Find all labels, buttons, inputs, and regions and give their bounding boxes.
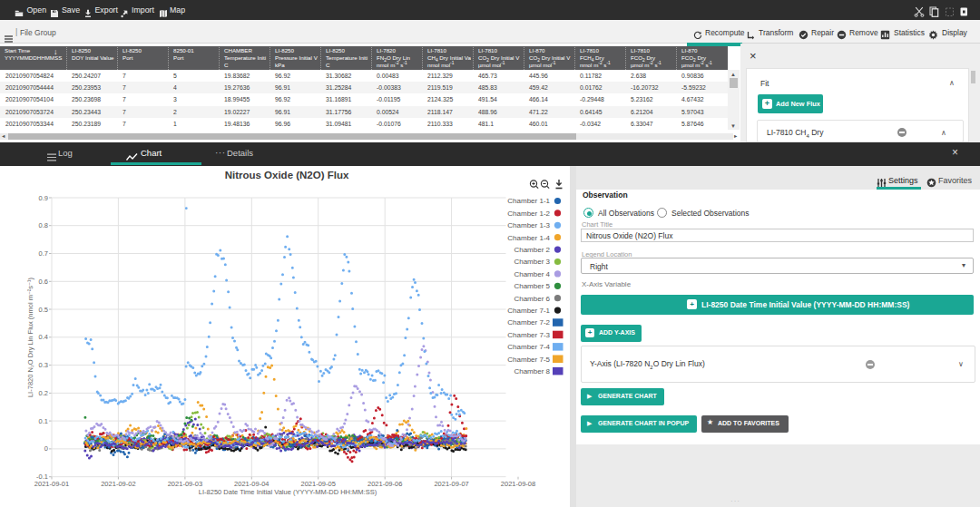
svg-text:2021-09-05: 2021-09-05 bbox=[301, 480, 336, 488]
svg-text:0.5: 0.5 bbox=[39, 306, 48, 314]
svg-text:Chamber 3: Chamber 3 bbox=[514, 258, 550, 266]
svg-text:Chamber 1-2: Chamber 1-2 bbox=[507, 210, 550, 218]
svg-text:2021-09-07: 2021-09-07 bbox=[434, 480, 468, 488]
svg-text:2021-09-06: 2021-09-06 bbox=[368, 480, 402, 488]
svg-text:2021-09-03: 2021-09-03 bbox=[168, 480, 202, 488]
svg-text:Chamber 8: Chamber 8 bbox=[514, 367, 550, 375]
svg-text:0.3: 0.3 bbox=[39, 361, 48, 369]
svg-text:Chamber 7-4: Chamber 7-4 bbox=[507, 343, 550, 351]
svg-text:Chamber 6: Chamber 6 bbox=[514, 295, 550, 303]
svg-text:Chamber 7-1: Chamber 7-1 bbox=[507, 307, 550, 315]
svg-text:Chamber 7-5: Chamber 7-5 bbox=[507, 356, 550, 364]
svg-text:Chamber 1-3: Chamber 1-3 bbox=[507, 221, 550, 229]
svg-text:0.8: 0.8 bbox=[39, 221, 48, 229]
svg-text:Chamber 1-4: Chamber 1-4 bbox=[507, 234, 550, 242]
svg-text:Chamber 5: Chamber 5 bbox=[514, 282, 550, 290]
svg-text:LI-7820 N₂O Dry Lin Flux (nmol: LI-7820 N₂O Dry Lin Flux (nmol m⁻²s⁻¹) bbox=[26, 277, 34, 397]
svg-text:0.1: 0.1 bbox=[39, 417, 48, 425]
svg-text:2021-09-01: 2021-09-01 bbox=[34, 480, 69, 488]
svg-text:0.9: 0.9 bbox=[39, 194, 48, 202]
svg-text:Chamber 4: Chamber 4 bbox=[514, 270, 550, 278]
svg-text:LI-8250 Date Time Initial Valu: LI-8250 Date Time Initial Value (YYYY-MM… bbox=[199, 488, 377, 496]
svg-text:Chamber 7-3: Chamber 7-3 bbox=[507, 331, 550, 339]
svg-text:Chamber 7-2: Chamber 7-2 bbox=[507, 318, 550, 327]
svg-text:2021-09-08: 2021-09-08 bbox=[501, 480, 535, 488]
svg-text:0.2: 0.2 bbox=[39, 389, 48, 397]
svg-text:0.4: 0.4 bbox=[39, 333, 48, 341]
svg-text:0.7: 0.7 bbox=[39, 249, 48, 258]
svg-text:Chamber 2: Chamber 2 bbox=[514, 246, 550, 254]
svg-text:0.6: 0.6 bbox=[39, 278, 48, 286]
svg-text:Chamber 1-1: Chamber 1-1 bbox=[507, 197, 550, 205]
svg-text:2021-09-04: 2021-09-04 bbox=[234, 480, 269, 488]
svg-text:2021-09-02: 2021-09-02 bbox=[101, 480, 135, 488]
svg-text:0: 0 bbox=[44, 444, 48, 453]
